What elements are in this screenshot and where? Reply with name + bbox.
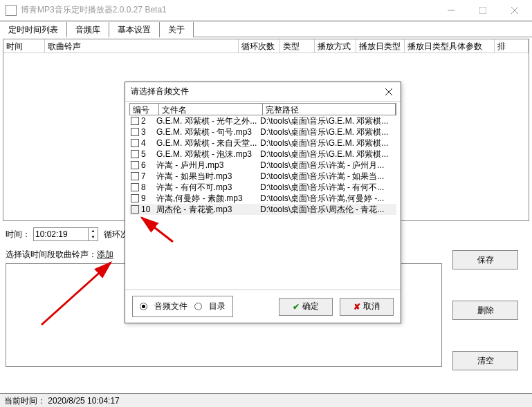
file-row[interactable]: 3G.E.M. 邓紫棋 - 句号.mp3D:\tools\桌面\音乐\G.E.M… (129, 126, 396, 138)
time-spinner[interactable]: ▲▼ (89, 227, 98, 241)
file-row[interactable]: 2G.E.M. 邓紫棋 - 光年之外...D:\tools\桌面\音乐\G.E.… (129, 115, 396, 126)
row-checkbox[interactable] (131, 205, 139, 214)
row-filepath: D:\tools\桌面\音乐\许嵩 - 庐州月... (260, 160, 396, 171)
row-checkbox[interactable] (131, 128, 139, 136)
row-num: 4 (141, 138, 156, 148)
row-num: 7 (141, 171, 156, 181)
row-filename: G.E.M. 邓紫棋 - 句号.mp3 (156, 126, 260, 138)
time-label: 时间： (6, 229, 30, 240)
row-num: 9 (141, 193, 156, 203)
minimize-button[interactable] (435, 0, 467, 21)
row-filename: 周杰伦 - 青花瓷.mp3 (156, 204, 260, 216)
tab-audio-lib[interactable]: 音频库 (67, 22, 109, 37)
delete-button[interactable]: 删除 (452, 301, 518, 320)
ok-button[interactable]: ✔ 确定 (279, 298, 333, 316)
row-filepath: D:\tools\桌面\音乐\G.E.M. 邓紫棋... (260, 149, 396, 160)
row-checkbox[interactable] (131, 150, 139, 158)
row-num: 5 (141, 149, 156, 159)
row-filepath: D:\tools\桌面\音乐\G.E.M. 邓紫棋... (260, 138, 396, 149)
svg-rect-1 (479, 7, 486, 14)
file-row[interactable]: 8许嵩 - 有何不可.mp3D:\tools\桌面\音乐\许嵩 - 有何不... (129, 182, 396, 193)
row-filepath: D:\tools\桌面\音乐\周杰伦 - 青花... (260, 204, 396, 216)
dialog-close-button[interactable] (383, 86, 395, 98)
dialog-header-row: 编号 文件名 完整路径 (129, 103, 396, 115)
row-num: 3 (141, 127, 156, 137)
tab-about[interactable]: 关于 (160, 22, 194, 37)
file-dialog: 请选择音频文件 编号 文件名 完整路径 2G.E.M. 邓紫棋 - 光年之外..… (125, 82, 401, 323)
row-num: 8 (141, 182, 156, 192)
row-checkbox[interactable] (131, 183, 139, 191)
select-label: 选择该时间段歌曲铃声： (6, 249, 97, 261)
row-filename: 许嵩 - 如果当时.mp3 (156, 171, 260, 182)
status-bar: 当前时间： 2020/8/25 10:04:17 (0, 393, 532, 407)
col-loop[interactable]: 循环次数 (239, 39, 280, 53)
add-link[interactable]: 添加 (97, 249, 113, 261)
save-button[interactable]: 保存 (452, 250, 518, 269)
radio-audio-label: 音频文件 (154, 301, 187, 312)
cancel-button[interactable]: ✘ 取消 (340, 298, 394, 316)
x-icon: ✘ (354, 302, 360, 312)
row-num: 6 (141, 160, 156, 170)
status-label: 当前时间： (4, 396, 46, 406)
dialog-title: 请选择音频文件 (131, 86, 383, 97)
file-row[interactable]: 4G.E.M. 邓紫棋 - 来自天堂...D:\tools\桌面\音乐\G.E.… (129, 138, 396, 149)
row-checkbox[interactable] (131, 194, 139, 202)
tab-schedule[interactable]: 定时时间列表 (0, 22, 67, 37)
file-row[interactable]: 7许嵩 - 如果当时.mp3D:\tools\桌面\音乐\许嵩 - 如果当... (129, 171, 396, 182)
row-filename: G.E.M. 邓紫棋 - 来自天堂... (156, 138, 260, 149)
row-filepath: D:\tools\桌面\音乐\G.E.M. 邓紫棋... (260, 115, 396, 127)
titlebar: 博青MP3音乐定时播放器2.0.0.27 Beta1 (0, 0, 532, 21)
row-filepath: D:\tools\桌面\音乐\G.E.M. 邓紫棋... (260, 126, 396, 138)
check-icon: ✔ (293, 302, 300, 312)
dlg-col-path[interactable]: 完整路径 (263, 104, 396, 115)
col-time[interactable]: 时间 (3, 39, 45, 53)
row-num: 10 (141, 205, 156, 214)
file-row[interactable]: 9许嵩,何曼婷 - 素颜.mp3D:\tools\桌面\音乐\许嵩,何曼婷 -.… (129, 193, 396, 204)
col-ringtone[interactable]: 歌曲铃声 (45, 39, 239, 53)
col-sort[interactable]: 排 (495, 39, 529, 53)
row-filepath: D:\tools\桌面\音乐\许嵩,何曼婷 -... (260, 193, 396, 205)
file-row[interactable]: 5G.E.M. 邓紫棋 - 泡沫.mp3D:\tools\桌面\音乐\G.E.M… (129, 149, 396, 160)
radio-group: 音频文件 目录 (132, 296, 233, 317)
col-daytype[interactable]: 播放日类型 (356, 39, 405, 53)
col-dayparams[interactable]: 播放日类型具体参数 (405, 39, 495, 53)
radio-directory[interactable] (194, 303, 202, 310)
dlg-col-filename[interactable]: 文件名 (159, 104, 263, 115)
row-num: 2 (141, 116, 156, 126)
row-filename: G.E.M. 邓紫棋 - 光年之外... (156, 115, 260, 127)
file-row[interactable]: 10周杰伦 - 青花瓷.mp3D:\tools\桌面\音乐\周杰伦 - 青花..… (129, 204, 396, 215)
app-icon (6, 5, 17, 16)
tab-bar: 定时时间列表 音频库 基本设置 关于 (0, 21, 532, 37)
row-checkbox[interactable] (131, 117, 139, 125)
time-input[interactable] (33, 227, 89, 241)
row-filename: 许嵩 - 庐州月.mp3 (156, 160, 260, 171)
radio-dir-label: 目录 (209, 301, 226, 312)
dlg-col-num[interactable]: 编号 (130, 104, 159, 115)
row-filename: 许嵩 - 有何不可.mp3 (156, 182, 260, 193)
row-checkbox[interactable] (131, 172, 139, 180)
file-row[interactable]: 6许嵩 - 庐州月.mp3D:\tools\桌面\音乐\许嵩 - 庐州月... (129, 160, 396, 171)
row-filename: 许嵩,何曼婷 - 素颜.mp3 (156, 193, 260, 205)
window-title: 博青MP3音乐定时播放器2.0.0.27 Beta1 (21, 4, 435, 16)
clear-button[interactable]: 清空 (452, 351, 518, 370)
status-time: 2020/8/25 10:04:17 (48, 396, 119, 406)
row-filename: G.E.M. 邓紫棋 - 泡沫.mp3 (156, 149, 260, 160)
row-filepath: D:\tools\桌面\音乐\许嵩 - 如果当... (260, 171, 396, 182)
row-checkbox[interactable] (131, 139, 139, 147)
col-playmode[interactable]: 播放方式 (315, 39, 356, 53)
tab-settings[interactable]: 基本设置 (109, 22, 160, 37)
row-filepath: D:\tools\桌面\音乐\许嵩 - 有何不... (260, 182, 396, 193)
row-checkbox[interactable] (131, 161, 139, 169)
close-button[interactable] (499, 0, 531, 21)
radio-audio-file[interactable] (140, 303, 147, 310)
maximize-button[interactable] (467, 0, 499, 21)
col-type[interactable]: 类型 (280, 39, 315, 53)
